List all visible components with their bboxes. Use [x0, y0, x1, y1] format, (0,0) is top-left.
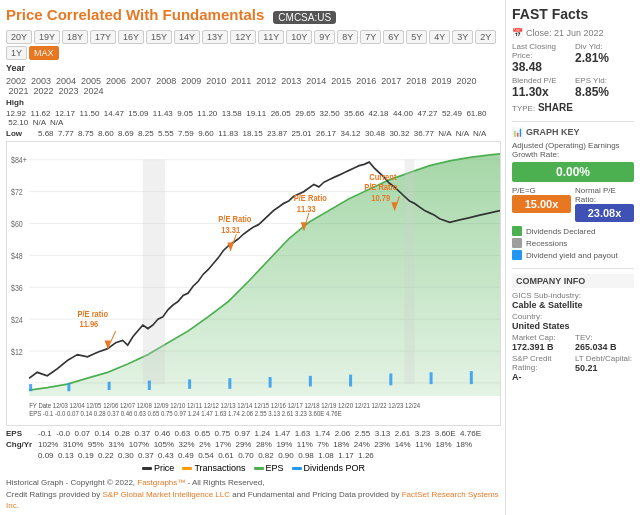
svg-rect-21: [148, 381, 151, 390]
legend-eps: EPS: [254, 463, 284, 473]
svg-rect-23: [228, 378, 231, 389]
svg-rect-17: [404, 160, 414, 384]
svg-rect-25: [309, 376, 312, 387]
type-row: TYPE: SHARE: [512, 102, 634, 113]
factset-link[interactable]: FactSet Research Systems Inc: [6, 490, 499, 510]
peg-row: P/E=G 15.00x Normal P/E Ratio: 23.08x: [512, 186, 634, 222]
calendar-icon: 📅: [512, 28, 523, 38]
tev-item: TEV: 265.034 B: [575, 333, 634, 352]
svg-rect-27: [389, 373, 392, 385]
blended-pe-value: 11.30x: [512, 85, 571, 99]
transactions-legend-dot: [182, 467, 192, 470]
tev-value: 265.034 B: [575, 342, 634, 352]
gics-value: Cable & Satellite: [512, 300, 634, 310]
sp-link[interactable]: S&P Global Market Intelligence LLC: [103, 490, 230, 499]
time-btn-1y[interactable]: 1Y: [6, 46, 27, 60]
last-closing-value: 38.48: [512, 60, 571, 74]
dividends-declared-label: Dividends Declared: [526, 227, 595, 236]
div-yield-value: 2.81%: [575, 51, 634, 65]
country-label: Country:: [512, 312, 634, 321]
graph-key-label: GRAPH KEY: [526, 127, 580, 137]
country-value: United States: [512, 321, 634, 331]
low-row: Low 5.68 7.77 8.75 8.60 8.69 8.25 5.55 7…: [6, 129, 501, 138]
time-btn-16y[interactable]: 16Y: [118, 30, 144, 44]
chart-ticker: CMCSA:US: [273, 11, 336, 24]
year-row: Year 2002 2003 2004 2005 2006 2007 2008 …: [6, 63, 501, 96]
svg-rect-29: [470, 371, 473, 384]
time-btn-14y[interactable]: 14Y: [174, 30, 200, 44]
svg-rect-16: [143, 160, 165, 384]
svg-rect-22: [188, 379, 191, 388]
eps-yield-item: EPS Yld: 8.85%: [575, 76, 634, 99]
svg-text:$60: $60: [11, 219, 23, 229]
recessions-label: Recessions: [526, 239, 567, 248]
type-value: SHARE: [538, 102, 573, 113]
legend: Price Transactions EPS Dividends POR: [6, 463, 501, 473]
fastgraphs-link[interactable]: Fastgraphs™: [137, 478, 185, 487]
year-label: Year: [6, 63, 25, 73]
lt-debt-value: 50.21: [575, 363, 634, 373]
svg-text:10.79: 10.79: [371, 194, 390, 204]
time-btn-8y[interactable]: 8Y: [337, 30, 358, 44]
time-btn-20y[interactable]: 20Y: [6, 30, 32, 44]
time-btn-11y[interactable]: 11Y: [258, 30, 284, 44]
svg-text:P/E Ratio: P/E Ratio: [218, 215, 251, 225]
graph-key-header: 📊 GRAPH KEY: [512, 127, 634, 137]
svg-text:$12: $12: [11, 347, 23, 357]
normal-pe-label: Normal P/E Ratio:: [575, 186, 634, 204]
type-label: TYPE:: [512, 104, 535, 113]
blended-pe-label: Blended P/E: [512, 76, 571, 85]
sp-credit-item: S&P Credit Rating: A-: [512, 354, 571, 382]
time-btn-4y[interactable]: 4Y: [429, 30, 450, 44]
last-closing-item: Last Closing Price: 38.48: [512, 42, 571, 74]
sidebar: FAST Facts 📅 Close: 21 Jun 2022 Last Clo…: [505, 0, 640, 515]
time-btn-15y[interactable]: 15Y: [146, 30, 172, 44]
growth-label: Adjusted (Operating) Earnings Growth Rat…: [512, 141, 634, 159]
time-btn-9y[interactable]: 9Y: [314, 30, 335, 44]
time-btn-2y[interactable]: 2Y: [475, 30, 496, 44]
growth-rate-box: 0.00%: [512, 162, 634, 182]
price-grid: Last Closing Price: 38.48 Div Yld: 2.81%…: [512, 42, 634, 99]
svg-text:11.96: 11.96: [79, 320, 98, 330]
time-btn-5y[interactable]: 5Y: [406, 30, 427, 44]
time-btn-19y[interactable]: 19Y: [34, 30, 60, 44]
graph-key-section: 📊 GRAPH KEY Adjusted (Operating) Earning…: [512, 127, 634, 260]
credit: Credit Ratings provided by S&P Global Ma…: [6, 489, 501, 511]
time-btn-18y[interactable]: 18Y: [62, 30, 88, 44]
price-legend-label: Price: [154, 463, 175, 473]
time-btn-10y[interactable]: 10Y: [286, 30, 312, 44]
main-area: Price Correlated With Fundamentals CMCSA…: [0, 0, 505, 515]
dividends-declared-row: Dividends Declared: [512, 226, 634, 236]
svg-text:P/E ratio: P/E ratio: [77, 309, 108, 319]
chart-header: Price Correlated With Fundamentals CMCSA…: [6, 6, 501, 23]
copyright: Historical Graph - Copyright © 2022, Fas…: [6, 477, 501, 488]
price-legend-dot: [142, 467, 152, 470]
time-btn-max[interactable]: MAX: [29, 46, 59, 60]
svg-text:$48: $48: [11, 251, 23, 261]
dividend-yield-row: Dividend yield and payout: [512, 250, 634, 260]
time-btn-6y[interactable]: 6Y: [383, 30, 404, 44]
time-btn-7y[interactable]: 7Y: [360, 30, 381, 44]
graph-icon: 📊: [512, 127, 523, 137]
time-btn-17y[interactable]: 17Y: [90, 30, 116, 44]
market-cap-item: Market Cap: 172.391 B: [512, 333, 571, 352]
low-values: 5.68 7.77 8.75 8.60 8.69 8.25 5.55 7.59 …: [38, 129, 486, 138]
normal-pe-value: 23.08x: [575, 204, 634, 222]
eps-values: -0.1 -0.0 0.07 0.14 0.28 0.37 0.46 0.63 …: [38, 429, 481, 438]
time-btn-12y[interactable]: 12Y: [230, 30, 256, 44]
svg-text:P/E Ratio: P/E Ratio: [364, 183, 397, 193]
year-values: 2002 2003 2004 2005 2006 2007 2008 2009 …: [6, 76, 501, 96]
tev-label: TEV:: [575, 333, 634, 342]
legend-transactions: Transactions: [182, 463, 245, 473]
time-navigation: 20Y19Y18Y17Y16Y15Y14Y13Y12Y11Y10Y9Y8Y7Y6…: [6, 30, 501, 60]
sp-credit-value: A-: [512, 372, 571, 382]
country-item: Country: United States: [512, 312, 634, 331]
svg-rect-18: [29, 384, 32, 391]
divider-1: [512, 121, 634, 122]
time-btn-13y[interactable]: 13Y: [202, 30, 228, 44]
time-btn-3y[interactable]: 3Y: [452, 30, 473, 44]
svg-text:P/E Ratio: P/E Ratio: [294, 194, 327, 204]
dividend-yield-box: [512, 250, 522, 260]
svg-rect-28: [430, 372, 433, 384]
svg-text:$84+: $84+: [11, 156, 27, 166]
